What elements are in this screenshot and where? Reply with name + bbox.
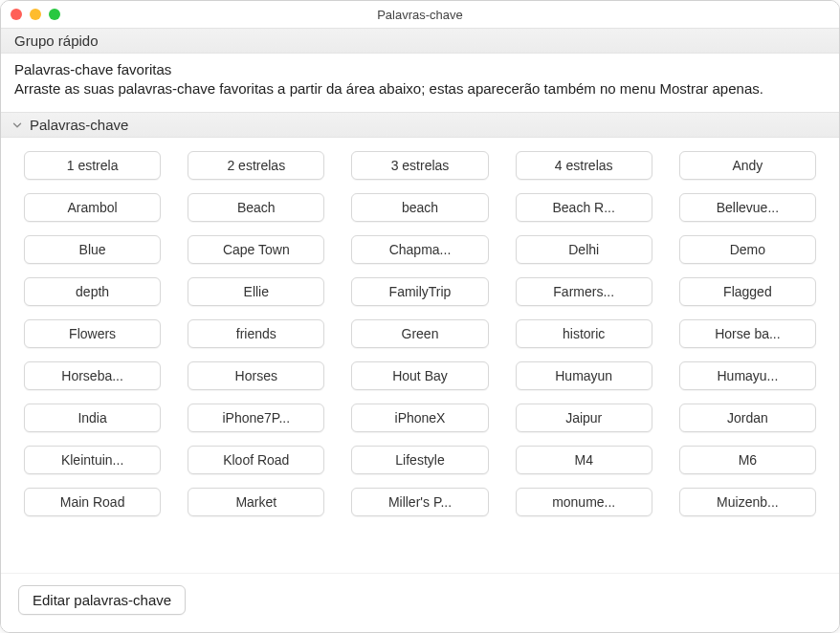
keyword-chip[interactable]: Andy xyxy=(679,151,816,180)
keyword-chip[interactable]: depth xyxy=(24,277,161,306)
keyword-chip[interactable]: 3 estrelas xyxy=(351,151,488,180)
edit-keywords-button[interactable]: Editar palavras-chave xyxy=(18,585,186,615)
window-controls xyxy=(11,9,60,20)
keyword-chip[interactable]: Delhi xyxy=(516,235,652,264)
keyword-chip[interactable]: Lifestyle xyxy=(351,446,488,474)
keyword-chip[interactable]: Demo xyxy=(679,235,816,264)
keyword-chip[interactable]: Cape Town xyxy=(188,235,324,264)
keyword-chip[interactable]: Hout Bay xyxy=(351,361,488,390)
keyword-chip[interactable]: friends xyxy=(188,319,324,348)
keyword-chip[interactable]: iPhone7P... xyxy=(188,404,324,432)
keyword-chip[interactable]: Flowers xyxy=(24,319,161,348)
keyword-chip[interactable]: Ellie xyxy=(188,277,324,306)
minimize-icon[interactable] xyxy=(30,9,41,20)
keyword-chip[interactable]: FamilyTrip xyxy=(351,277,488,306)
window-titlebar: Palavras-chave xyxy=(1,1,839,28)
keyword-chip[interactable]: monume... xyxy=(516,488,652,516)
keywords-grid: 1 estrela2 estrelas3 estrelas4 estrelasA… xyxy=(24,151,816,516)
keyword-chip[interactable]: Arambol xyxy=(24,193,161,222)
keyword-chip[interactable]: Horses xyxy=(188,361,324,390)
keyword-chip[interactable]: Beach xyxy=(188,193,324,222)
keyword-chip[interactable]: Miller's P... xyxy=(351,488,488,516)
footer: Editar palavras-chave xyxy=(1,573,839,632)
keyword-chip[interactable]: India xyxy=(24,404,161,432)
keyword-chip[interactable]: Muizenb... xyxy=(679,488,816,516)
keyword-chip[interactable]: Flagged xyxy=(679,277,816,306)
close-icon[interactable] xyxy=(11,9,22,20)
keywords-header[interactable]: Palavras-chave xyxy=(1,112,839,138)
keyword-chip[interactable]: historic xyxy=(516,319,652,348)
keyword-chip[interactable]: Farmers... xyxy=(516,277,652,306)
keyword-chip[interactable]: Main Road xyxy=(24,488,161,516)
keyword-chip[interactable]: Kleintuin... xyxy=(24,446,161,474)
keyword-chip[interactable]: M4 xyxy=(516,446,652,474)
keyword-chip[interactable]: Market xyxy=(188,488,324,516)
keyword-chip[interactable]: beach xyxy=(351,193,488,222)
favorites-title: Palavras-chave favoritas xyxy=(14,61,826,77)
keyword-chip[interactable]: Beach R... xyxy=(516,193,652,222)
keyword-chip[interactable]: 4 estrelas xyxy=(516,151,652,180)
favorites-description: Arraste as suas palavras-chave favoritas… xyxy=(14,79,826,98)
keyword-chip[interactable]: Chapma... xyxy=(351,235,488,264)
keyword-chip[interactable]: Kloof Road xyxy=(188,446,324,474)
keyword-chip[interactable]: M6 xyxy=(679,446,816,474)
keywords-header-label: Palavras-chave xyxy=(30,117,128,133)
quick-group-header: Grupo rápido xyxy=(1,28,839,54)
keyword-chip[interactable]: Horseba... xyxy=(24,361,161,390)
window-title: Palavras-chave xyxy=(1,8,839,22)
keywords-area: 1 estrela2 estrelas3 estrelas4 estrelasA… xyxy=(1,138,839,526)
zoom-icon[interactable] xyxy=(49,9,60,20)
keyword-chip[interactable]: Humayu... xyxy=(679,361,816,390)
keyword-chip[interactable]: Green xyxy=(351,319,488,348)
keyword-chip[interactable]: 2 estrelas xyxy=(188,151,324,180)
quick-group-label: Grupo rápido xyxy=(14,33,99,49)
keyword-chip[interactable]: Humayun xyxy=(516,361,652,390)
keyword-chip[interactable]: iPhoneX xyxy=(351,404,488,432)
chevron-down-icon xyxy=(11,119,24,132)
keyword-chip[interactable]: 1 estrela xyxy=(24,151,161,180)
keyword-chip[interactable]: Jordan xyxy=(679,404,816,432)
keyword-chip[interactable]: Blue xyxy=(24,235,161,264)
keyword-chip[interactable]: Jaipur xyxy=(516,404,652,432)
keyword-chip[interactable]: Horse ba... xyxy=(679,319,816,348)
keyword-chip[interactable]: Bellevue... xyxy=(679,193,816,222)
favorites-section: Palavras-chave favoritas Arraste as suas… xyxy=(1,54,839,112)
